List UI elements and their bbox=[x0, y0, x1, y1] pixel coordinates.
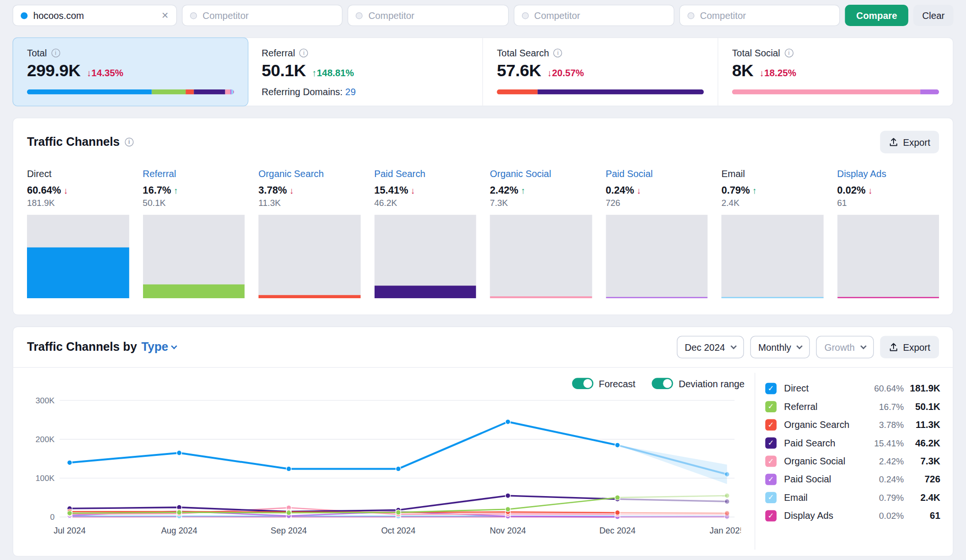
channel-mini-bar bbox=[606, 215, 707, 298]
toggle-label: Deviation range bbox=[679, 378, 744, 389]
traffic-channels-title: Traffic Channels bbox=[27, 135, 134, 149]
main-domain-input[interactable]: ✕ bbox=[12, 5, 177, 26]
channel-percent: 3.78%↓ bbox=[259, 185, 360, 196]
channel-mini-bar bbox=[374, 215, 476, 298]
summary-card-values: 299.9K ↓14.35% bbox=[27, 61, 234, 80]
toggle-knob bbox=[663, 379, 672, 388]
type-dropdown[interactable]: Type bbox=[141, 340, 176, 354]
legend-label: Display Ads bbox=[784, 510, 859, 521]
compare-button[interactable]: Compare bbox=[845, 5, 909, 26]
legend-label: Organic Search bbox=[784, 419, 859, 430]
svg-text:Sep 2024: Sep 2024 bbox=[271, 526, 307, 535]
summary-card-value: 299.9K bbox=[27, 61, 80, 80]
traffic-channels-header: Traffic Channels Export bbox=[27, 131, 939, 153]
summary-card-referral[interactable]: Referral 50.1K ↑148.81% Referring Domain… bbox=[248, 38, 482, 106]
legend-percent: 0.02% bbox=[859, 510, 903, 520]
channel-name-link[interactable]: Organic Search bbox=[259, 169, 360, 179]
summary-card-header: Total bbox=[27, 47, 234, 58]
metric-dropdown[interactable]: Growth bbox=[816, 336, 874, 358]
competitor-color-dot bbox=[688, 12, 695, 19]
by-type-controls: Dec 2024 Monthly Growth Export bbox=[677, 336, 939, 358]
legend-checkbox[interactable]: ✓ bbox=[765, 401, 777, 412]
info-icon bbox=[554, 48, 563, 57]
chevron-down-icon bbox=[171, 343, 177, 349]
chevron-down-icon bbox=[860, 343, 866, 349]
svg-text:Dec 2024: Dec 2024 bbox=[599, 526, 636, 535]
channel-mini-bar-fill bbox=[374, 285, 476, 298]
toggle-knob bbox=[583, 379, 592, 388]
channel-name-link[interactable]: Display Ads bbox=[837, 169, 939, 179]
legend-checkbox[interactable]: ✓ bbox=[765, 473, 777, 485]
competitor-field-4[interactable] bbox=[700, 10, 832, 21]
metric-dropdown-value: Growth bbox=[824, 342, 855, 353]
toggle-deviation-range[interactable]: Deviation range bbox=[652, 378, 744, 389]
toggle-switch[interactable] bbox=[572, 378, 593, 389]
competitor-field-2[interactable] bbox=[368, 10, 501, 21]
channel-mini-bar-fill bbox=[606, 297, 707, 298]
domain-compare-bar: ✕ Compare Clear bbox=[12, 5, 953, 26]
toggle-forecast[interactable]: Forecast bbox=[572, 378, 635, 389]
toggle-switch[interactable] bbox=[652, 378, 673, 389]
legend-checkbox[interactable]: ✓ bbox=[765, 510, 777, 521]
channel-mini-bar-fill bbox=[143, 284, 244, 298]
clear-domain-icon[interactable]: ✕ bbox=[161, 11, 169, 20]
legend-value: 11.3K bbox=[904, 419, 940, 430]
channel-value: 7.3K bbox=[490, 198, 592, 208]
legend-percent: 15.41% bbox=[859, 438, 903, 448]
channel-name-link[interactable]: Organic Social bbox=[490, 169, 592, 179]
summary-card-total[interactable]: Total 299.9K ↓14.35% bbox=[12, 37, 248, 107]
channel-name-link[interactable]: Paid Search bbox=[374, 169, 476, 179]
period-dropdown-value: Dec 2024 bbox=[685, 342, 725, 353]
export-button[interactable]: Export bbox=[880, 336, 939, 358]
channel-percent: 15.41%↓ bbox=[374, 185, 476, 196]
summary-card-change: ↑148.81% bbox=[312, 67, 354, 78]
summary-card-label: Total Search bbox=[497, 47, 549, 58]
referring-domains-link[interactable]: 29 bbox=[345, 86, 356, 97]
traffic-channels-title-text: Traffic Channels bbox=[27, 135, 120, 149]
clear-button[interactable]: Clear bbox=[913, 5, 954, 26]
competitor-input-4[interactable] bbox=[679, 5, 840, 26]
export-icon bbox=[889, 342, 898, 352]
export-button[interactable]: Export bbox=[880, 131, 939, 153]
svg-text:Jan 2025: Jan 2025 bbox=[710, 526, 741, 535]
channel-column-email: Email 0.79%↑ 2.4K bbox=[721, 169, 823, 298]
channel-percent: 16.7%↑ bbox=[143, 185, 244, 196]
competitor-input-1[interactable] bbox=[182, 5, 342, 26]
legend-checkbox[interactable]: ✓ bbox=[765, 492, 777, 503]
summary-card-label: Total Social bbox=[732, 47, 780, 58]
summary-card-total-search[interactable]: Total Search 57.6K ↓20.57% bbox=[483, 38, 718, 106]
legend-row-display-ads: ✓Display Ads0.02%61 bbox=[765, 507, 940, 524]
summary-card-change: ↓18.25% bbox=[760, 67, 796, 78]
channel-mini-bar bbox=[27, 215, 129, 298]
summary-card-stacked-bar bbox=[261, 106, 468, 111]
competitor-input-3[interactable] bbox=[513, 5, 674, 26]
channel-name-link[interactable]: Paid Social bbox=[606, 169, 707, 179]
summary-card-change: ↓20.57% bbox=[547, 67, 584, 78]
competitor-field-1[interactable] bbox=[203, 10, 335, 21]
competitor-input-2[interactable] bbox=[348, 5, 508, 26]
summary-card-label: Total bbox=[27, 47, 47, 58]
main-domain-field[interactable] bbox=[33, 10, 156, 21]
legend-row-paid-search: ✓Paid Search15.41%46.2K bbox=[765, 434, 940, 452]
chart-legend: ✓Direct60.64%181.9K✓Referral16.7%50.1K✓O… bbox=[755, 373, 940, 550]
channel-name-link: Direct bbox=[27, 169, 129, 179]
legend-row-organic-social: ✓Organic Social2.42%7.3K bbox=[765, 452, 940, 470]
channel-column-display-ads: Display Ads 0.02%↓ 61 bbox=[837, 169, 939, 298]
summary-card-total-social[interactable]: Total Social 8K ↓18.25% bbox=[717, 38, 953, 106]
trend-arrow-icon: ↓ bbox=[868, 186, 872, 196]
legend-checkbox[interactable]: ✓ bbox=[765, 382, 777, 394]
by-type-title: Traffic Channels by Type bbox=[27, 340, 177, 354]
granularity-dropdown[interactable]: Monthly bbox=[750, 336, 810, 358]
legend-checkbox[interactable]: ✓ bbox=[765, 419, 777, 430]
bar-segment bbox=[537, 89, 704, 95]
channel-value: 2.4K bbox=[721, 198, 823, 208]
chart-area: ForecastDeviation range 0100K200K300KJul… bbox=[19, 373, 751, 550]
legend-checkbox[interactable]: ✓ bbox=[765, 455, 777, 467]
channel-name-link[interactable]: Referral bbox=[143, 169, 244, 179]
channel-percent: 0.79%↑ bbox=[721, 185, 823, 196]
legend-checkbox[interactable]: ✓ bbox=[765, 437, 777, 448]
by-type-title-text: Traffic Channels by bbox=[27, 340, 137, 354]
period-dropdown[interactable]: Dec 2024 bbox=[677, 336, 744, 358]
legend-percent: 60.64% bbox=[859, 383, 903, 393]
competitor-field-3[interactable] bbox=[534, 10, 666, 21]
